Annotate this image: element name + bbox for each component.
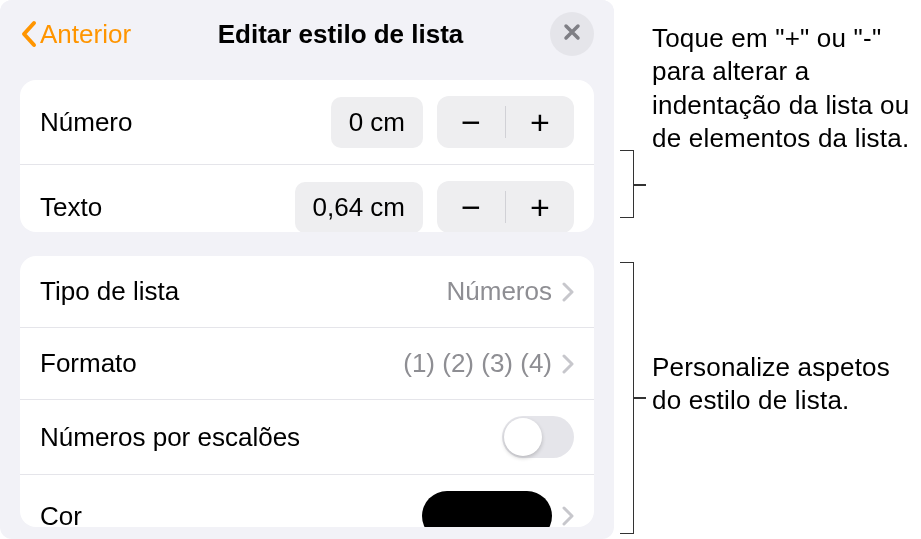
numero-stepper: − + (437, 96, 574, 148)
back-button[interactable]: Anterior (20, 19, 131, 50)
chevron-right-icon (562, 354, 574, 374)
panel-header: Anterior Editar estilo de lista (0, 0, 614, 68)
annotation-style: Personalize aspetos do estilo de lista. (652, 351, 910, 418)
callout-bracket (620, 150, 634, 218)
close-button[interactable] (550, 12, 594, 56)
plus-icon: + (530, 103, 550, 142)
numero-row: Número 0 cm − + (20, 80, 594, 165)
callout-bracket (620, 262, 634, 534)
edit-list-style-panel: Anterior Editar estilo de lista Número 0… (0, 0, 614, 539)
chevron-left-icon (20, 20, 38, 48)
numero-decrement-button[interactable]: − (437, 96, 505, 148)
cor-label: Cor (40, 501, 422, 527)
close-icon (563, 23, 581, 45)
numero-increment-button[interactable]: + (506, 96, 574, 148)
texto-row: Texto 0,64 cm − + (20, 165, 594, 232)
indent-section: Número 0 cm − + Texto 0,64 cm − (20, 80, 594, 232)
texto-label: Texto (40, 192, 295, 223)
minus-icon: − (461, 103, 481, 142)
chevron-right-icon (562, 506, 574, 526)
callout-line (634, 397, 646, 399)
callout-line (634, 184, 646, 186)
numero-label: Número (40, 107, 331, 138)
formato-value: (1) (2) (3) (4) (403, 348, 552, 379)
texto-value[interactable]: 0,64 cm (295, 182, 424, 232)
formato-label: Formato (40, 348, 403, 379)
toggle-knob (504, 418, 542, 456)
numero-value[interactable]: 0 cm (331, 97, 423, 148)
tipo-label: Tipo de lista (40, 276, 447, 307)
annotation-indent: Toque em "+" ou "-" para alterar a inden… (652, 22, 910, 155)
minus-icon: − (461, 188, 481, 227)
formato-row[interactable]: Formato (1) (2) (3) (4) (20, 328, 594, 400)
back-label: Anterior (40, 19, 131, 50)
escaloes-label: Números por escalões (40, 422, 502, 453)
texto-stepper: − + (437, 181, 574, 232)
cor-row[interactable]: Cor (20, 475, 594, 527)
chevron-right-icon (562, 282, 574, 302)
plus-icon: + (530, 188, 550, 227)
color-swatch (422, 491, 552, 527)
tipo-row[interactable]: Tipo de lista Números (20, 256, 594, 328)
texto-decrement-button[interactable]: − (437, 181, 505, 232)
style-section: Tipo de lista Números Formato (1) (2) (3… (20, 256, 594, 527)
annotations: Toque em "+" ou "-" para alterar a inden… (652, 22, 910, 418)
escaloes-row: Números por escalões (20, 400, 594, 475)
tipo-value: Números (447, 276, 552, 307)
escaloes-toggle[interactable] (502, 416, 574, 458)
page-title: Editar estilo de lista (131, 19, 550, 50)
texto-increment-button[interactable]: + (506, 181, 574, 232)
